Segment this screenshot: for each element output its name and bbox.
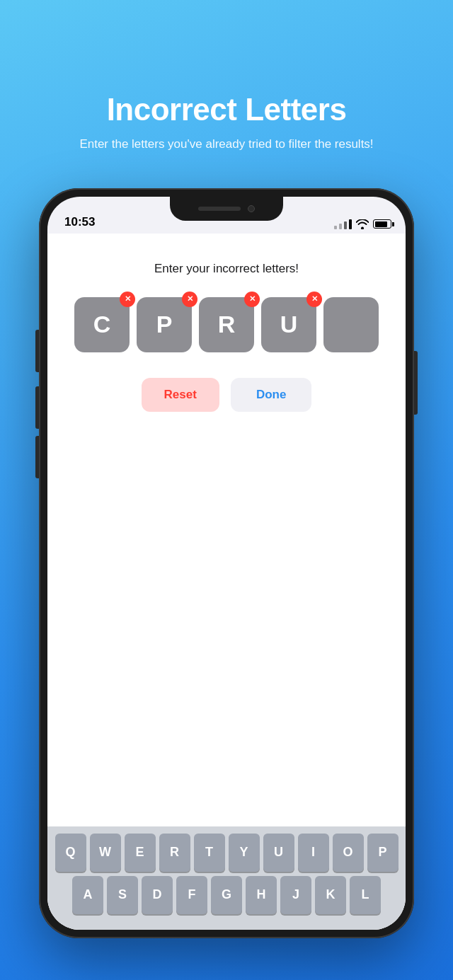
header-section: Incorrect Letters Enter the letters you'… xyxy=(37,92,415,153)
speaker xyxy=(198,207,241,211)
key-r[interactable]: R xyxy=(159,834,190,872)
key-u[interactable]: U xyxy=(263,834,294,872)
status-time: 10:53 xyxy=(64,215,95,229)
key-e[interactable]: E xyxy=(125,834,156,872)
battery-icon xyxy=(373,219,391,229)
tile-letter-p: P xyxy=(156,311,173,338)
key-t[interactable]: T xyxy=(194,834,225,872)
app-content: Enter your incorrect letters! C ✕ P ✕ xyxy=(47,234,406,930)
key-y[interactable]: Y xyxy=(229,834,260,872)
key-g[interactable]: G xyxy=(211,876,242,914)
phone-outer: 10:53 Enter your inco xyxy=(39,188,414,938)
key-q[interactable]: Q xyxy=(55,834,86,872)
done-button[interactable]: Done xyxy=(231,378,312,412)
key-d[interactable]: D xyxy=(142,876,173,914)
tile-letter-u: U xyxy=(280,311,298,338)
key-f[interactable]: F xyxy=(176,876,207,914)
key-j[interactable]: J xyxy=(280,876,311,914)
key-k[interactable]: K xyxy=(315,876,346,914)
key-s[interactable]: S xyxy=(107,876,138,914)
key-p[interactable]: P xyxy=(367,834,398,872)
key-w[interactable]: W xyxy=(90,834,121,872)
tile-letter-r: R xyxy=(218,311,236,338)
tile-letter-c: C xyxy=(93,311,111,338)
keyboard-row-2: A S D F G H J K L xyxy=(52,876,401,914)
tile-remove-p[interactable]: ✕ xyxy=(182,292,197,307)
tile-remove-c[interactable]: ✕ xyxy=(120,292,135,307)
phone-mockup: 10:53 Enter your inco xyxy=(39,188,414,938)
camera xyxy=(248,205,255,212)
key-l[interactable]: L xyxy=(350,876,381,914)
key-o[interactable]: O xyxy=(333,834,364,872)
signal-icon xyxy=(334,219,352,229)
prompt-text: Enter your incorrect letters! xyxy=(154,262,299,276)
letter-tile-c[interactable]: C ✕ xyxy=(74,297,130,352)
wifi-icon xyxy=(356,219,369,229)
key-a[interactable]: A xyxy=(72,876,103,914)
keyboard: Q W E R T Y U I O P A S D xyxy=(47,826,406,930)
reset-button[interactable]: Reset xyxy=(142,378,219,412)
letter-tile-u[interactable]: U ✕ xyxy=(261,297,316,352)
letter-tiles-container: C ✕ P ✕ R ✕ U ✕ xyxy=(74,297,379,352)
tile-remove-r[interactable]: ✕ xyxy=(244,292,260,307)
buttons-row: Reset Done xyxy=(142,378,312,412)
keyboard-row-1: Q W E R T Y U I O P xyxy=(52,834,401,872)
letter-tile-empty[interactable] xyxy=(323,297,379,352)
key-i[interactable]: I xyxy=(298,834,329,872)
letter-tile-p[interactable]: P ✕ xyxy=(137,297,192,352)
notch xyxy=(170,197,283,221)
page-subtitle: Enter the letters you've already tried t… xyxy=(79,136,373,153)
phone-screen: 10:53 Enter your inco xyxy=(47,197,406,930)
letter-tile-r[interactable]: R ✕ xyxy=(199,297,254,352)
tile-remove-u[interactable]: ✕ xyxy=(306,292,322,307)
status-icons xyxy=(334,219,391,229)
key-h[interactable]: H xyxy=(246,876,277,914)
page-title: Incorrect Letters xyxy=(79,92,373,127)
